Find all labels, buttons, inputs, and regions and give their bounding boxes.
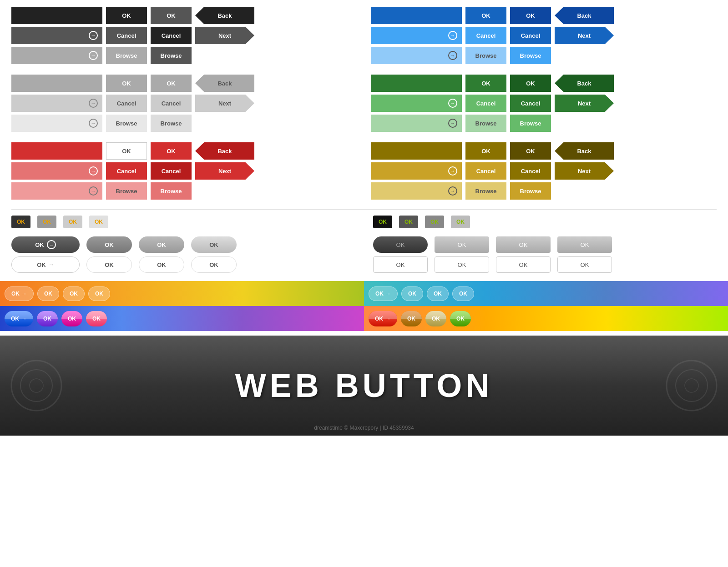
green-next-btn[interactable]: Next <box>555 95 614 112</box>
dark-browse-med-btn[interactable]: Browse <box>151 47 192 64</box>
red-cancel-med-btn[interactable]: Cancel <box>151 162 192 180</box>
gold-cancel-btn[interactable]: Cancel <box>465 162 506 180</box>
gloss-ok-red[interactable]: OK → <box>369 311 397 326</box>
pill-ok-outline-4[interactable]: OK <box>191 256 237 273</box>
gloss-ok-purple[interactable]: OK <box>37 311 58 326</box>
gold-wide-btn-1[interactable] <box>371 142 462 160</box>
gloss-ok-dorange[interactable]: OK <box>401 311 422 326</box>
strip-cool-ok-4[interactable]: OK <box>452 286 474 301</box>
badge-ok-dark[interactable]: OK <box>11 216 30 228</box>
strip-cool-ok-1[interactable]: OK → <box>369 286 398 301</box>
strip-ok-2[interactable]: OK <box>37 286 59 301</box>
blue-ok-med-btn[interactable]: OK <box>510 7 551 24</box>
strip-cool-ok-3[interactable]: OK <box>427 286 449 301</box>
gray-browse-btn[interactable]: Browse <box>106 115 147 132</box>
white-ok-2[interactable]: OK <box>435 256 489 273</box>
green-cancel-btn[interactable]: Cancel <box>465 95 506 112</box>
oval-ok-1[interactable]: OK <box>373 236 428 253</box>
green-ok-btn[interactable]: OK <box>465 75 506 92</box>
dark-wide-btn-1[interactable] <box>11 7 102 24</box>
gloss-ok-green[interactable]: OK <box>450 311 471 326</box>
green-back-btn[interactable]: Back <box>555 75 614 92</box>
pill-ok-outline-2[interactable]: OK <box>86 256 132 273</box>
green-browse-btn[interactable]: Browse <box>465 115 506 132</box>
blue-next-btn[interactable]: Next <box>555 27 614 44</box>
dark-ok-med-btn[interactable]: OK <box>151 7 192 24</box>
red-wide-btn-3[interactable]: → <box>11 182 102 200</box>
strip-cool-ok-2[interactable]: OK <box>401 286 423 301</box>
gloss-ok-blue[interactable]: OK → <box>5 311 33 326</box>
gray-cancel-btn[interactable]: Cancel <box>106 95 147 112</box>
pill-ok-outline-3[interactable]: OK <box>139 256 184 273</box>
gold-wide-btn-3[interactable]: → <box>371 182 462 200</box>
green-wide-btn-1[interactable] <box>371 75 462 92</box>
red-cancel-btn[interactable]: Cancel <box>106 162 147 180</box>
dark-ok-btn[interactable]: OK <box>106 7 147 24</box>
gray-browse-med-btn[interactable]: Browse <box>151 115 192 132</box>
dark-back-btn[interactable]: Back <box>195 7 254 24</box>
green-browse-med-btn[interactable]: Browse <box>510 115 551 132</box>
gray-wide-btn-1[interactable] <box>11 75 102 92</box>
blue-cancel-btn[interactable]: Cancel <box>465 27 506 44</box>
red-wide-btn-2[interactable]: → <box>11 162 102 180</box>
gloss-ok-tan[interactable]: OK <box>425 311 446 326</box>
red-ok-outline-btn[interactable]: OK <box>106 142 147 160</box>
badge-ok-vdark[interactable]: OK <box>373 216 392 228</box>
strip-ok-4[interactable]: OK <box>88 286 110 301</box>
dark-wide-btn-3[interactable]: → <box>11 47 102 64</box>
blue-ok-btn[interactable]: OK <box>465 7 506 24</box>
gray-wide-btn-3[interactable]: → <box>11 115 102 132</box>
oval-ok-4[interactable]: OK <box>557 236 612 253</box>
gold-browse-btn[interactable]: Browse <box>465 182 506 200</box>
dark-cancel-btn[interactable]: Cancel <box>106 27 147 44</box>
gold-cancel-med-btn[interactable]: Cancel <box>510 162 551 180</box>
dark-browse-btn[interactable]: Browse <box>106 47 147 64</box>
green-wide-btn-3[interactable]: → <box>371 115 462 132</box>
white-ok-3[interactable]: OK <box>496 256 551 273</box>
gold-ok-btn[interactable]: OK <box>465 142 506 160</box>
blue-back-btn[interactable]: Back <box>555 7 614 24</box>
green-ok-med-btn[interactable]: OK <box>510 75 551 92</box>
red-browse-btn[interactable]: Browse <box>106 182 147 200</box>
gray-ok-med-btn[interactable]: OK <box>151 75 192 92</box>
gold-ok-med-btn[interactable]: OK <box>510 142 551 160</box>
red-ok-med-btn[interactable]: OK <box>151 142 192 160</box>
badge-ok-dgray[interactable]: OK <box>399 216 418 228</box>
gold-back-btn[interactable]: Back <box>555 142 614 160</box>
blue-wide-btn-2[interactable]: → <box>371 27 462 44</box>
pill-ok-dark[interactable]: OK → <box>11 236 80 253</box>
blue-browse-med-btn[interactable]: Browse <box>510 47 551 64</box>
gray-wide-btn-2[interactable]: → <box>11 95 102 112</box>
red-back-btn[interactable]: Back <box>195 142 254 160</box>
badge-ok-lighter[interactable]: OK <box>89 216 108 228</box>
gray-back-btn[interactable]: Back <box>195 75 254 92</box>
badge-ok-lightgray[interactable]: OK <box>63 216 82 228</box>
white-ok-4[interactable]: OK <box>557 256 612 273</box>
blue-wide-btn-3[interactable]: → <box>371 47 462 64</box>
strip-ok-3[interactable]: OK <box>63 286 85 301</box>
gray-cancel-med-btn[interactable]: Cancel <box>151 95 192 112</box>
gray-ok-btn[interactable]: OK <box>106 75 147 92</box>
badge-ok-lgray[interactable]: OK <box>451 216 470 228</box>
pill-ok-light[interactable]: OK <box>139 236 184 253</box>
badge-ok-gray[interactable]: OK <box>37 216 56 228</box>
red-browse-med-btn[interactable]: Browse <box>151 182 192 200</box>
white-ok-1[interactable]: OK <box>373 256 428 273</box>
gold-next-btn[interactable]: Next <box>555 162 614 180</box>
red-next-btn[interactable]: Next <box>195 162 254 180</box>
gray-next-btn[interactable]: Next <box>195 95 254 112</box>
green-wide-btn-2[interactable]: → <box>371 95 462 112</box>
gold-wide-btn-2[interactable]: → <box>371 162 462 180</box>
blue-wide-btn-1[interactable] <box>371 7 462 24</box>
dark-cancel-med-btn[interactable]: Cancel <box>151 27 192 44</box>
red-wide-btn-1[interactable] <box>11 142 102 160</box>
pill-ok-lighter[interactable]: OK <box>191 236 237 253</box>
pill-ok-mid[interactable]: OK <box>86 236 132 253</box>
dark-next-btn[interactable]: Next <box>195 27 254 44</box>
pill-ok-outline-1[interactable]: OK → <box>11 256 80 273</box>
blue-cancel-med-btn[interactable]: Cancel <box>510 27 551 44</box>
gloss-ok-magenta[interactable]: OK <box>61 311 82 326</box>
gloss-ok-pink[interactable]: OK <box>86 311 107 326</box>
strip-ok-1[interactable]: OK → <box>5 286 34 301</box>
green-cancel-med-btn[interactable]: Cancel <box>510 95 551 112</box>
